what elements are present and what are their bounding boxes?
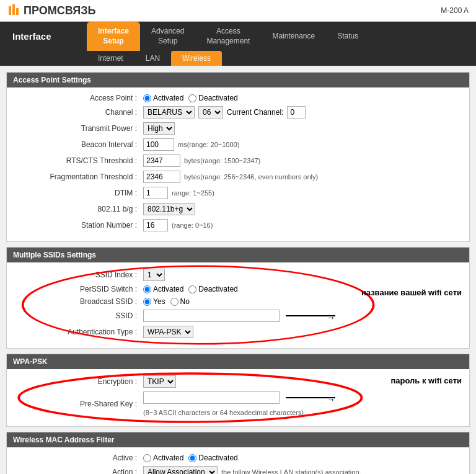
rts-row: RTS/CTS Threshold : bytes(range: 1500~23… bbox=[19, 154, 457, 167]
mac-body: Active : Activated Deactivated Action : … bbox=[7, 447, 469, 474]
station-control: (range: 0~16) bbox=[143, 219, 213, 231]
broadcast-yes-radio[interactable] bbox=[143, 298, 151, 306]
station-input[interactable] bbox=[143, 219, 168, 231]
transmit-power-control: High bbox=[143, 122, 175, 135]
dtim-row: DTIM : range: 1~255) bbox=[19, 187, 457, 199]
channel-row: Channel : BELARUS 06 Current Channel: bbox=[19, 106, 457, 118]
main-content: Access Point Settings Access Point : Act… bbox=[0, 66, 476, 474]
perssid-label: PerSSID Switch : bbox=[19, 285, 143, 293]
beacon-input[interactable] bbox=[143, 138, 174, 151]
beacon-control: ms(range: 20~1000) bbox=[143, 138, 239, 151]
frag-row: Fragmentation Threshold : bytes(range: 2… bbox=[19, 171, 457, 183]
ssid-index-row: SSID Index : 1 bbox=[19, 269, 457, 281]
mac-active-control: Activated Deactivated bbox=[143, 454, 238, 462]
perssid-deactivated-label[interactable]: Deactivated bbox=[188, 285, 237, 293]
psk-input[interactable] bbox=[143, 391, 280, 404]
current-channel-input[interactable] bbox=[287, 106, 306, 118]
broadcast-ssid-control: Yes No bbox=[143, 297, 190, 306]
ssid-name-label: SSID : bbox=[19, 311, 143, 320]
broadcast-no-label[interactable]: No bbox=[170, 297, 190, 306]
current-channel-label: Current Channel: bbox=[227, 108, 283, 117]
frag-label: Fragmentation Threshold : bbox=[19, 172, 143, 181]
ssid-section: Multiple SSIDs Settings название вашей w… bbox=[6, 247, 470, 349]
bg-select[interactable]: 802.11b+g bbox=[143, 203, 195, 215]
ssid-name-row: SSID : → bbox=[19, 310, 457, 322]
ssid-name-input[interactable] bbox=[143, 310, 280, 322]
dtim-hint: range: 1~255) bbox=[172, 189, 214, 197]
tab-maintenance[interactable]: Maintenance bbox=[261, 22, 326, 51]
mac-deactivated-label[interactable]: Deactivated bbox=[188, 454, 237, 462]
psk-arrow: → bbox=[286, 397, 335, 398]
psk-annotation: пароль к wifi сети bbox=[390, 375, 462, 387]
bg-control: 802.11b+g bbox=[143, 203, 195, 215]
logo-text: ПРОМСВЯЗЬ bbox=[24, 4, 95, 17]
beacon-label: Beacon Interval : bbox=[19, 140, 143, 149]
perssid-activated-radio[interactable] bbox=[143, 285, 151, 293]
wpa-body: пароль к wifi сети Encryption : TKIP Pre… bbox=[7, 369, 469, 426]
perssid-deactivated-radio[interactable] bbox=[188, 285, 196, 293]
sub-tab-internet[interactable]: Internet bbox=[87, 51, 134, 66]
rts-control: bytes(range: 1500~2347) bbox=[143, 154, 260, 167]
rts-label: RTS/CTS Threshold : bbox=[19, 156, 143, 165]
mac-action-select[interactable]: Allow Association bbox=[143, 466, 218, 474]
nav-bar: Interface InterfaceSetup AdvancedSetup A… bbox=[0, 22, 476, 51]
frag-input[interactable] bbox=[143, 171, 180, 183]
mac-activated-radio[interactable] bbox=[143, 454, 151, 462]
access-point-section: Access Point Settings Access Point : Act… bbox=[6, 72, 470, 242]
tab-interface-setup[interactable]: InterfaceSetup bbox=[87, 22, 140, 51]
perssid-activated-label[interactable]: Activated bbox=[143, 285, 183, 293]
logo-icon bbox=[7, 4, 21, 17]
ssid-header: Multiple SSIDs Settings bbox=[7, 248, 469, 262]
auth-type-label: Authentication Type : bbox=[19, 328, 143, 336]
mac-action-row: Action : Allow Association the follow Wi… bbox=[19, 466, 457, 474]
auth-type-row: Authentication Type : WPA-PSK bbox=[19, 326, 457, 338]
broadcast-yes-label[interactable]: Yes bbox=[143, 297, 165, 306]
ap-activated-radio[interactable] bbox=[143, 94, 151, 102]
psk-label: Pre-Shared Key : bbox=[19, 400, 143, 408]
mac-header: Wireless MAC Address Filter bbox=[7, 432, 469, 447]
beacon-row: Beacon Interval : ms(range: 20~1000) bbox=[19, 138, 457, 151]
transmit-power-row: Transmit Power : High bbox=[19, 122, 457, 135]
access-point-header: Access Point Settings bbox=[7, 73, 469, 87]
mac-action-label: Action : bbox=[19, 468, 143, 474]
station-row: Station Number : (range: 0~16) bbox=[19, 219, 457, 231]
frag-control: bytes(range: 256~2346, even numbers only… bbox=[143, 171, 318, 183]
ssid-body: название вашей wifi сети SSID Index : 1 … bbox=[7, 262, 469, 348]
dtim-input[interactable] bbox=[143, 187, 168, 199]
sub-tab-lan[interactable]: LAN bbox=[134, 51, 171, 66]
channel-country-select[interactable]: BELARUS bbox=[143, 106, 195, 118]
encryption-select[interactable]: TKIP bbox=[143, 375, 176, 388]
auth-type-control: WPA-PSK bbox=[143, 326, 193, 338]
channel-label: Channel : bbox=[19, 108, 143, 117]
mac-action-control: Allow Association the follow Wireless LA… bbox=[143, 466, 361, 474]
dtim-control: range: 1~255) bbox=[143, 187, 214, 199]
ssid-annotation: название вашей wifi сети bbox=[361, 287, 462, 298]
mac-deactivated-radio[interactable] bbox=[188, 454, 196, 462]
ssid-arrow: → bbox=[286, 315, 335, 316]
logo: ПРОМСВЯЗЬ bbox=[7, 4, 95, 17]
tab-advanced-setup[interactable]: AdvancedSetup bbox=[140, 22, 195, 51]
transmit-power-select[interactable]: High bbox=[143, 122, 175, 135]
ssid-index-select[interactable]: 1 bbox=[143, 269, 165, 281]
rts-input[interactable] bbox=[143, 154, 180, 167]
station-hint: (range: 0~16) bbox=[172, 221, 213, 229]
channel-num-select[interactable]: 06 bbox=[198, 106, 223, 118]
mac-activated-label[interactable]: Activated bbox=[143, 454, 183, 462]
broadcast-no-radio[interactable] bbox=[170, 298, 178, 306]
ap-activated-label[interactable]: Activated bbox=[143, 94, 183, 102]
top-bar: ПРОМСВЯЗЬ M-200 A bbox=[0, 0, 476, 22]
mac-active-label: Active : bbox=[19, 454, 143, 462]
auth-type-select[interactable]: WPA-PSK bbox=[143, 326, 193, 338]
ap-deactivated-label[interactable]: Deactivated bbox=[188, 94, 237, 102]
perssid-control: Activated Deactivated bbox=[143, 285, 238, 293]
broadcast-ssid-label: Broadcast SSID : bbox=[19, 297, 143, 306]
tab-access-management[interactable]: AccessManagement bbox=[195, 22, 261, 51]
ssid-name-control: → bbox=[143, 310, 335, 322]
dtim-label: DTIM : bbox=[19, 189, 143, 197]
mac-action-hint: the follow Wireless LAN station(s) assoc… bbox=[221, 468, 361, 474]
sub-tab-wireless[interactable]: Wireless bbox=[171, 51, 222, 66]
tab-status[interactable]: Status bbox=[326, 22, 369, 51]
nav-left-label: Interface bbox=[0, 22, 87, 51]
ap-deactivated-radio[interactable] bbox=[188, 94, 196, 102]
mac-active-row: Active : Activated Deactivated bbox=[19, 454, 457, 462]
